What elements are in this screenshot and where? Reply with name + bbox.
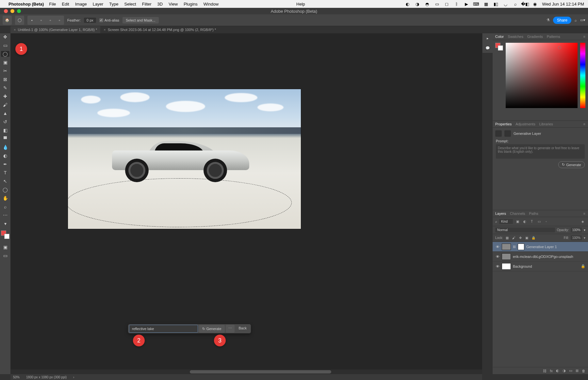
layer-fx-icon[interactable]: fx <box>550 369 553 373</box>
layer-name[interactable]: erik-mclean-dbLgODXOPgo-unsplash <box>513 255 573 259</box>
type-tool[interactable]: T <box>1 170 9 176</box>
gradient-tool[interactable]: ▀ <box>1 136 9 142</box>
maximize-window-button[interactable] <box>17 9 21 13</box>
eraser-tool[interactable]: ◧ <box>1 127 9 133</box>
tool-preset-icon[interactable]: ◯ <box>15 16 24 25</box>
tab-properties[interactable]: Properties <box>495 122 512 126</box>
tab-channels[interactable]: Channels <box>510 212 525 215</box>
close-tab-icon[interactable]: × <box>14 28 16 32</box>
filter-shape-icon[interactable]: ▭ <box>536 219 542 224</box>
home-button[interactable]: 🏠 <box>3 16 12 25</box>
zoom-tool[interactable]: ⌕ <box>1 204 9 210</box>
tab-color[interactable]: Color <box>495 35 504 39</box>
layer-row[interactable]: 👁 Background 🔒 <box>493 261 588 271</box>
marquee-tool[interactable]: ▭ <box>1 42 9 48</box>
play-icon[interactable]: ▶ <box>464 1 469 7</box>
collapsed-panel-icon-2[interactable]: 💬 <box>485 46 490 50</box>
blend-mode-select[interactable]: Normal <box>495 228 555 232</box>
new-group-icon[interactable]: ▭ <box>569 369 572 373</box>
layer-name[interactable]: Background <box>513 264 532 268</box>
fill-value[interactable]: 100% <box>571 235 582 240</box>
properties-generate-button[interactable]: ↻ Generate <box>558 161 585 168</box>
link-icon[interactable]: ⛓ <box>513 245 516 248</box>
feather-value[interactable]: 0 px <box>84 18 96 23</box>
link-layers-icon[interactable]: ⛓ <box>543 369 547 373</box>
add-selection-icon[interactable]: ▫ <box>37 16 45 24</box>
filter-pixel-icon[interactable]: ▣ <box>515 219 520 224</box>
status-icon-2[interactable]: ◑ <box>415 1 420 7</box>
wifi-icon[interactable]: ◡ <box>503 1 508 7</box>
intersect-selection-icon[interactable]: ▫ <box>56 16 63 24</box>
visibility-icon[interactable]: 👁 <box>495 255 500 259</box>
layer-name[interactable]: Generative Layer 1 <box>526 245 557 249</box>
background-color-swatch[interactable] <box>4 234 9 239</box>
filter-smart-icon[interactable]: ▫ <box>544 219 549 224</box>
filter-adjust-icon[interactable]: ◐ <box>522 219 527 224</box>
screen-icon[interactable]: ◻ <box>444 1 449 7</box>
tab-libraries[interactable]: Libraries <box>539 122 553 126</box>
move-tool[interactable]: ✥ <box>1 34 9 40</box>
collapsed-panel-icon-1[interactable]: ▸ <box>487 36 489 40</box>
search-icon[interactable]: ⌕ <box>495 220 497 223</box>
creative-cloud-icon[interactable]: ◓ <box>425 1 430 7</box>
status-icon-1[interactable]: ◐ <box>405 1 410 7</box>
tab-adjustments[interactable]: Adjustments <box>515 122 535 126</box>
layer-row[interactable]: 👁 ⛓ Generative Layer 1 <box>493 242 588 252</box>
filter-toggle-icon[interactable]: ◈ <box>580 219 585 224</box>
panel-menu-icon[interactable]: ≡ <box>583 35 585 39</box>
panel-menu-icon[interactable]: ≡ <box>583 212 585 215</box>
filter-type-icon[interactable]: T <box>529 219 534 224</box>
clone-stamp-tool[interactable]: ▲ <box>1 110 9 116</box>
tab-gradients[interactable]: Gradients <box>527 35 543 39</box>
share-button[interactable]: Share <box>553 17 571 24</box>
quick-mask-icon[interactable]: ▣ <box>1 244 9 250</box>
lock-transparent-icon[interactable]: ▦ <box>505 236 510 240</box>
color-swatch-pair[interactable] <box>495 43 503 51</box>
layer-row[interactable]: 👁 erik-mclean-dbLgODXOPgo-unsplash <box>493 252 588 261</box>
search-icon[interactable]: ⌕ <box>575 18 577 22</box>
generative-prompt-input[interactable]: reflective lake <box>129 325 198 333</box>
delete-layer-icon[interactable]: 🗑 <box>582 369 585 373</box>
more-options-button[interactable]: ⋯ <box>226 325 235 333</box>
menu-filter[interactable]: Filter <box>142 2 152 7</box>
shape-tool[interactable]: ◯ <box>1 187 9 193</box>
chevron-down-icon[interactable]: ▾ <box>584 236 585 240</box>
zoom-level[interactable]: 50% <box>13 375 20 379</box>
healing-tool[interactable]: ✚ <box>1 93 9 99</box>
folder-icon[interactable]: ▭ <box>434 1 440 7</box>
bluetooth-icon[interactable]: ᛒ <box>454 1 459 7</box>
panel-menu-icon[interactable]: ≡ <box>583 122 585 126</box>
app-name[interactable]: Photoshop (Beta) <box>8 2 44 7</box>
spotlight-icon[interactable]: ⌕ <box>513 1 518 7</box>
menu-view[interactable]: View <box>169 2 178 7</box>
menu-plugins[interactable]: Plugins <box>184 2 198 7</box>
hue-slider[interactable] <box>580 43 585 108</box>
adjustment-layer-icon[interactable]: ◑ <box>563 369 566 373</box>
menu-3d[interactable]: 3D <box>157 2 163 7</box>
crop-tool[interactable]: ✂ <box>1 68 9 74</box>
horizontal-scrollbar[interactable] <box>10 370 482 374</box>
lock-all-icon[interactable]: 🔒 <box>531 236 536 240</box>
foreground-background-colors[interactable] <box>1 230 9 239</box>
antialias-checkbox[interactable]: ✓ Anti-alias <box>99 18 119 22</box>
tab-patterns[interactable]: Patterns <box>547 35 560 39</box>
keyboard-icon[interactable]: ⌨ <box>474 1 479 7</box>
traffic-lights[interactable] <box>4 9 21 13</box>
lasso-tool[interactable]: ◯ <box>1 51 9 57</box>
tab-paths[interactable]: Paths <box>529 212 538 215</box>
mask-thumbnail[interactable] <box>518 244 524 250</box>
menu-window[interactable]: Window <box>204 2 219 7</box>
frame-tool[interactable]: ⊠ <box>1 76 9 82</box>
siri-icon[interactable]: ◉ <box>532 1 538 7</box>
document-info[interactable]: 1800 px x 1080 px (300 ppi) <box>26 375 67 379</box>
subtract-selection-icon[interactable]: ▫ <box>46 16 54 24</box>
layer-thumbnail[interactable] <box>502 253 511 260</box>
canvas-area[interactable]: reflective lake ↻ Generate ⋯ Back 1 2 3 <box>10 33 482 374</box>
beaker-icon[interactable]: ⚗ <box>547 18 550 22</box>
close-window-button[interactable] <box>4 9 8 13</box>
scrollbar-thumb[interactable] <box>190 370 331 373</box>
layer-thumbnail[interactable] <box>502 263 511 270</box>
eyedropper-tool[interactable]: ✎ <box>1 85 9 91</box>
clock[interactable]: Wed Jun 14 12:14 PM <box>542 2 584 7</box>
path-select-tool[interactable]: ↖ <box>1 178 9 184</box>
